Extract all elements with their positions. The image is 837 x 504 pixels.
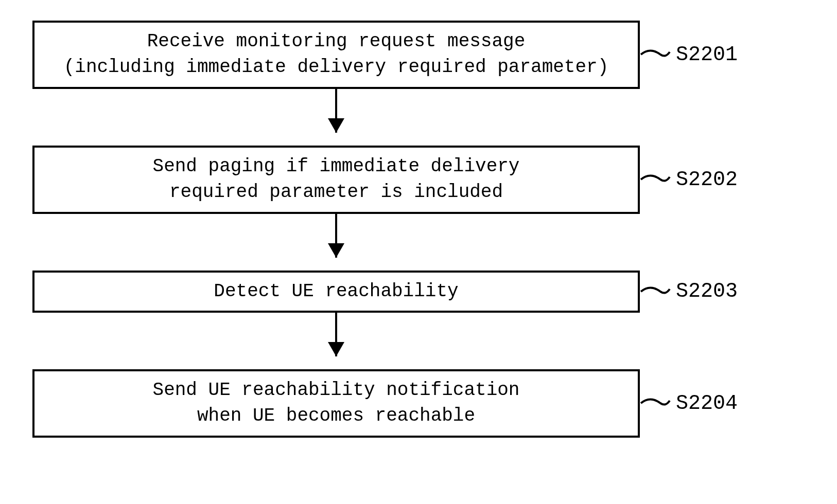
arrow-down-icon (32, 313, 640, 369)
flowchart-diagram: Receive monitoring request message (incl… (32, 21, 805, 438)
step-row-4: Send UE reachability notification when U… (32, 369, 805, 438)
step-text-line: Detect UE reachability (45, 279, 627, 304)
step-box-3: Detect UE reachability (32, 271, 640, 313)
connector-curve-icon (640, 167, 671, 192)
step-label: S2201 (676, 43, 738, 66)
arrow-down-icon (32, 89, 640, 146)
step-text-line: Send paging if immediate delivery (45, 154, 627, 179)
step-text-line: required parameter is included (45, 179, 627, 205)
step-row-2: Send paging if immediate delivery requir… (32, 146, 805, 214)
step-text-line: (including immediate delivery required p… (45, 55, 627, 80)
step-box-1: Receive monitoring request message (incl… (32, 21, 640, 89)
connector-curve-icon (640, 279, 671, 304)
step-text-line: Send UE reachability notification (45, 377, 627, 403)
step-text-line: Receive monitoring request message (45, 29, 627, 55)
step-text-line: when UE becomes reachable (45, 403, 627, 429)
step-label: S2203 (676, 280, 738, 303)
step-box-2: Send paging if immediate delivery requir… (32, 146, 640, 214)
step-row-1: Receive monitoring request message (incl… (32, 21, 805, 89)
arrow-down-icon (32, 214, 640, 271)
step-label: S2202 (676, 168, 738, 191)
step-box-4: Send UE reachability notification when U… (32, 369, 640, 438)
connector-curve-icon (640, 42, 671, 67)
step-row-3: Detect UE reachability S2203 (32, 271, 805, 313)
connector-curve-icon (640, 390, 671, 416)
step-label: S2204 (676, 392, 738, 415)
